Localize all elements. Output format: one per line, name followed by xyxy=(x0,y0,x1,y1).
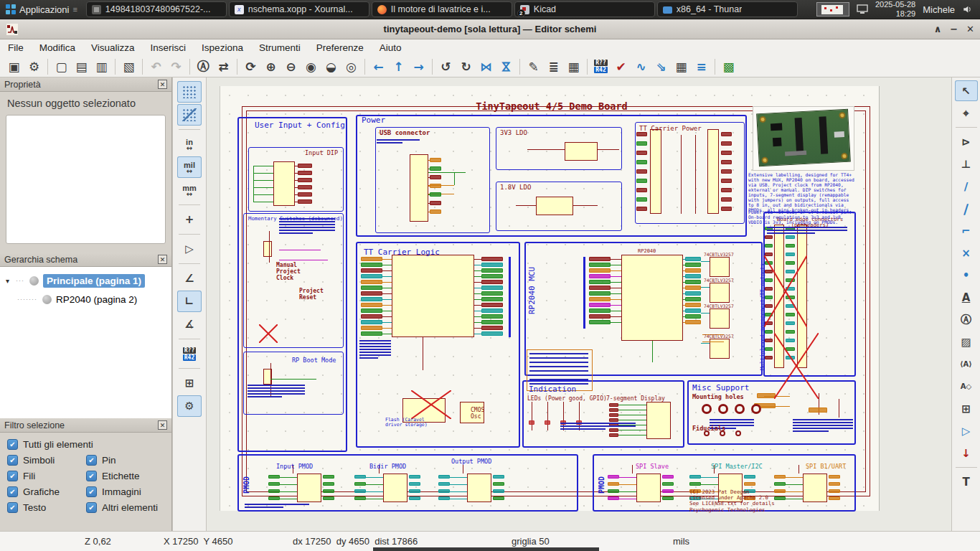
hv-wires-icon[interactable]: ∟ xyxy=(177,291,202,312)
taskbar-window-kicad[interactable]: 2Kicad xyxy=(514,1,655,17)
add-wire-icon[interactable]: ∕ xyxy=(955,176,978,197)
paste-icon[interactable]: ▧ xyxy=(119,57,138,76)
global-label-icon[interactable]: ⟨A⟩ xyxy=(955,354,978,375)
menu-ispeziona[interactable]: Ispeziona xyxy=(194,41,251,55)
annotate-icon[interactable]: R??R42 xyxy=(591,57,611,76)
print-icon[interactable]: ▤ xyxy=(72,57,91,76)
schematic-setup-icon[interactable]: ⚙ xyxy=(24,57,44,76)
filter-checkbox-immagini[interactable]: ✔Immagini xyxy=(86,486,172,497)
checkbox-icon[interactable]: ✔ xyxy=(7,439,18,450)
hierarchy-item[interactable]: ·······RP2040 (pagina 2) xyxy=(6,290,171,309)
save-icon[interactable]: ▣ xyxy=(4,57,24,76)
grid-overrides-icon[interactable] xyxy=(177,104,202,126)
nav-up-icon[interactable]: ↑ xyxy=(389,57,408,76)
menu-inserisci[interactable]: Inserisci xyxy=(143,41,194,55)
filter-checkbox-grafiche[interactable]: ✔Grafiche xyxy=(7,486,86,497)
import-sheet-pin-icon[interactable]: ↓ xyxy=(955,443,978,463)
taskbar-window-thunar[interactable]: x86_64 - Thunar xyxy=(657,1,798,17)
properties-panel-header[interactable]: Proprietà ✕ xyxy=(0,77,171,92)
workspace-switcher[interactable] xyxy=(816,2,849,17)
minimize-button[interactable]: − xyxy=(950,24,958,34)
cursor-shape-icon[interactable]: + xyxy=(177,209,202,230)
footprint-editor-icon[interactable]: ▦ xyxy=(564,57,583,76)
checkbox-icon[interactable]: ✔ xyxy=(86,486,97,497)
units-mils-icon[interactable]: mil↔ xyxy=(177,156,202,178)
nav-back-icon[interactable]: ← xyxy=(369,57,388,76)
taskbar-window-firefox[interactable]: Il motore di lavatrice e i... xyxy=(372,1,512,17)
add-text-icon[interactable]: T xyxy=(955,471,978,492)
erc-icon[interactable]: ✔ xyxy=(611,57,631,76)
menu-modifica[interactable]: Modifica xyxy=(32,41,83,55)
refresh-icon[interactable]: ⟳ xyxy=(241,57,260,76)
annotate-refs-icon[interactable]: R??R42 xyxy=(177,343,202,364)
hidden-pins-icon[interactable]: ▷ xyxy=(177,238,202,260)
mirror-v-icon[interactable]: ⋈ xyxy=(496,57,516,76)
hierarchy-panel-header[interactable]: Gerarchia schema ✕ xyxy=(0,253,171,267)
add-symbol-icon[interactable]: ⊳ xyxy=(955,131,978,152)
menu-file[interactable]: File xyxy=(0,41,32,55)
netclass-directive-icon[interactable]: Ⓐ xyxy=(955,309,978,330)
checkbox-icon[interactable]: ✔ xyxy=(7,502,18,513)
close-button[interactable]: ✕ xyxy=(966,24,974,34)
mirror-h-icon[interactable]: ⋈ xyxy=(476,57,496,76)
hierarchy-item[interactable]: ▾···Principale (pagina 1) xyxy=(6,271,171,290)
filter-checkbox-testo[interactable]: ✔Testo xyxy=(7,502,86,513)
add-sheet-icon[interactable]: ⊞ xyxy=(955,398,978,419)
checkbox-icon[interactable]: ✔ xyxy=(86,471,97,481)
page-settings-icon[interactable]: ▢ xyxy=(52,57,71,76)
close-icon[interactable]: ✕ xyxy=(158,420,167,430)
checkbox-icon[interactable]: ✔ xyxy=(7,471,18,481)
filter-checkbox-altri-elementi[interactable]: ✔Altri elementi xyxy=(86,502,172,513)
nav-forward-icon[interactable]: → xyxy=(409,57,428,76)
net-label-icon[interactable]: A xyxy=(955,287,978,308)
titlebar[interactable]: tinytapeout-demo [sola lettura] — Editor… xyxy=(0,19,980,39)
open-pcb-editor-icon[interactable]: ▩ xyxy=(719,57,738,76)
filter-checkbox-simboli[interactable]: ✔Simboli xyxy=(7,455,86,466)
find-icon[interactable]: Ⓐ xyxy=(194,57,213,76)
zoom-out-icon[interactable]: ⊖ xyxy=(281,57,301,76)
symbol-library-browser-icon[interactable]: ≣ xyxy=(544,57,563,76)
applications-menu[interactable]: Applicazioni ≡ xyxy=(0,0,83,19)
hierarchy-navigator-icon[interactable]: ⊞ xyxy=(177,372,202,394)
add-power-port-icon[interactable]: ⊥ xyxy=(955,154,978,174)
checkbox-icon[interactable]: ✔ xyxy=(7,486,18,497)
zoom-fit-icon[interactable]: ◉ xyxy=(301,57,321,76)
add-bus-entry-icon[interactable]: ⌐ xyxy=(955,220,978,241)
grid-visibility-icon[interactable] xyxy=(177,81,202,103)
checkbox-icon[interactable]: ✔ xyxy=(7,455,18,466)
hierarchical-label-icon[interactable]: A◇ xyxy=(955,376,978,397)
select-tool-icon[interactable]: ↖ xyxy=(955,80,978,101)
clock[interactable]: 2025-05-28 18:29 xyxy=(875,0,915,18)
simulator-icon[interactable]: ∿ xyxy=(631,57,651,76)
zoom-in-icon[interactable]: ⊕ xyxy=(261,57,281,76)
checkbox-icon[interactable]: ✔ xyxy=(86,455,97,466)
add-junction-icon[interactable]: • xyxy=(955,265,978,286)
sheet-pin-icon[interactable]: ▷ xyxy=(955,420,978,441)
45deg-wires-icon[interactable]: ∡ xyxy=(177,314,202,335)
filter-checkbox-tutti-gli-elementi[interactable]: ✔Tutti gli elementi xyxy=(7,439,172,450)
properties-panel-icon[interactable]: ⚙ xyxy=(177,395,202,417)
filter-checkbox-pin[interactable]: ✔Pin xyxy=(86,455,172,466)
schematic-canvas[interactable]: TinyTapeout 4/5 Demo BoardUser Input + C… xyxy=(207,77,951,531)
taskbar-window-xournal[interactable]: xnschema.xopp - Xournal... xyxy=(229,1,369,17)
units-mm-icon[interactable]: mm↔ xyxy=(177,179,202,201)
rotate-ccw-icon[interactable]: ↺ xyxy=(436,57,456,76)
find-replace-icon[interactable]: ⇄ xyxy=(214,57,233,76)
free-angle-wires-icon[interactable]: ∠ xyxy=(177,268,202,289)
rule-area-icon[interactable]: ▨ xyxy=(955,331,978,352)
symbol-fields-table-icon[interactable]: ▦ xyxy=(672,57,691,76)
no-connect-flag-icon[interactable]: × xyxy=(955,242,978,263)
shade-button[interactable]: ∧ xyxy=(934,24,942,34)
taskbar-window-generic[interactable]: 1498418037480967522-... xyxy=(86,1,227,17)
menu-strumenti[interactable]: Strumenti xyxy=(251,41,308,55)
zoom-objects-icon[interactable]: ◒ xyxy=(321,57,341,76)
edit-symbol-icon[interactable]: ✎ xyxy=(524,57,543,76)
menu-preferenze[interactable]: Preferenze xyxy=(308,41,372,55)
units-inches-icon[interactable]: in↔ xyxy=(177,133,202,155)
menu-visualizza[interactable]: Visualizza xyxy=(83,41,143,55)
filter-checkbox-fili[interactable]: ✔Fili xyxy=(7,471,86,481)
highlight-net-icon[interactable]: ⌖ xyxy=(955,103,978,123)
assign-footprints-icon[interactable]: ⇘ xyxy=(651,57,671,76)
bom-icon[interactable]: ≡ xyxy=(692,57,711,76)
rotate-cw-icon[interactable]: ↻ xyxy=(456,57,476,76)
